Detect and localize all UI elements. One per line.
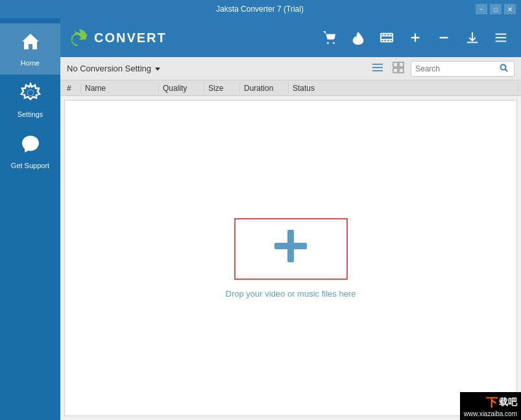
watermark-logo: 下 载吧 [486,395,517,410]
search-box [411,61,515,77]
search-icon [500,64,508,74]
file-drop-area[interactable]: Drop your video or music files here [64,100,517,416]
grid-view-button[interactable] [390,60,407,77]
app-logo: CONVERT [69,28,167,47]
close-button[interactable]: ✕ [504,4,516,14]
sub-toolbar: No Conversion Setting [60,57,521,80]
conversion-setting-dropdown[interactable]: No Conversion Setting [67,64,162,73]
remove-file-button[interactable] [433,28,455,47]
svg-point-4 [333,42,335,44]
maximize-button[interactable]: □ [490,4,502,14]
add-file-button[interactable] [404,28,426,47]
sidebar: Home Settings Get Support [0,18,60,420]
window-controls: − □ ✕ [476,4,516,14]
window-title: Jaksta Converter 7 (Trial) [44,5,476,14]
watermark-icon: 下 [486,395,498,410]
col-duration: Duration [240,84,289,93]
svg-marker-20 [155,68,160,71]
svg-rect-25 [399,62,404,67]
support-icon [20,134,41,159]
list-view-button[interactable] [369,60,386,77]
toolbar: CONVERT [60,18,521,57]
home-label: Home [21,59,40,67]
search-input[interactable] [415,64,500,73]
conversion-setting-label: No Conversion Setting [67,64,151,73]
title-bar: Jaksta Converter 7 (Trial) − □ ✕ [0,0,521,18]
settings-icon [20,82,41,108]
settings-label: Settings [18,110,43,118]
svg-rect-24 [393,62,398,67]
hamburger-menu-button[interactable] [490,28,512,47]
svg-rect-31 [274,243,307,249]
watermark-url: www.xiazaiba.com [464,410,517,417]
add-files-icon [271,227,310,271]
film-button[interactable] [376,28,398,47]
convert-label: CONVERT [94,31,167,45]
download-button[interactable] [461,28,483,47]
svg-rect-26 [393,68,398,73]
svg-point-28 [501,64,506,69]
col-hash: # [63,84,81,93]
minimize-button[interactable]: − [476,4,487,14]
col-quality: Quality [159,84,204,93]
cart-button[interactable] [319,28,341,47]
watermark: 下 载吧 www.xiazaiba.com [460,392,521,420]
svg-line-29 [505,69,508,71]
col-size: Size [204,84,240,93]
sidebar-item-settings[interactable]: Settings [0,75,60,126]
flame-button[interactable] [347,28,369,47]
content-area: CONVERT [60,18,521,420]
watermark-text: 载吧 [499,397,517,408]
svg-point-3 [327,42,329,44]
svg-point-2 [27,90,33,96]
sidebar-item-support[interactable]: Get Support [0,126,60,177]
table-header: # Name Quality Size Duration Status [60,80,521,96]
col-status: Status [289,84,518,93]
home-icon [20,31,41,56]
svg-marker-0 [22,34,39,49]
app-body: Home Settings Get Support [0,18,521,420]
sidebar-item-home[interactable]: Home [0,23,60,75]
drop-zone[interactable] [234,218,348,280]
svg-rect-27 [399,68,404,73]
support-label: Get Support [11,162,49,169]
drop-label: Drop your video or music files here [226,289,356,299]
col-name: Name [81,84,159,93]
